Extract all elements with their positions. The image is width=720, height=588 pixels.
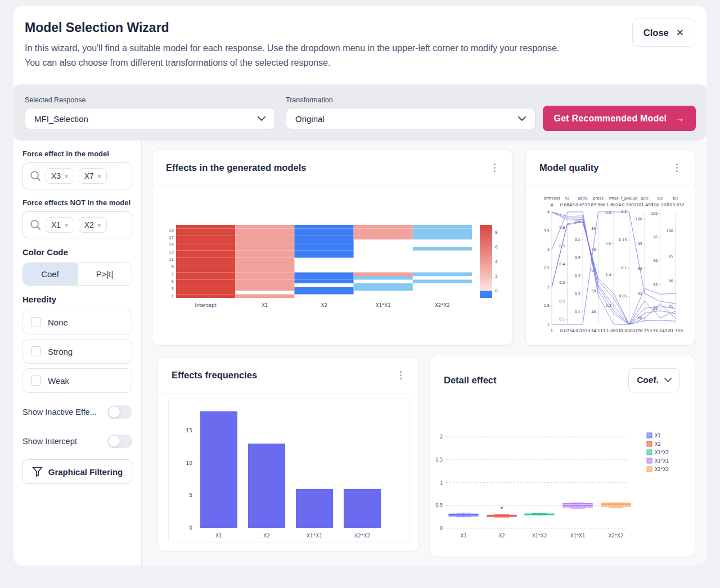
svg-text:10: 10	[186, 460, 193, 466]
remove-chip-icon[interactable]: ×	[97, 172, 102, 180]
color-code-option-coef[interactable]: Coef	[23, 263, 77, 285]
svg-text:0.05: 0.05	[619, 294, 627, 298]
svg-text:X1*X1: X1*X1	[376, 302, 391, 308]
svg-text:0: 0	[495, 288, 498, 293]
remove-chip-icon[interactable]: ×	[64, 172, 69, 180]
chevron-down-icon	[664, 378, 672, 382]
svg-text:1: 1	[440, 481, 443, 486]
svg-text:1.5: 1.5	[435, 458, 443, 463]
selected-response-select[interactable]: MFI_Selection	[25, 108, 275, 129]
show-intercept-label: Show Intercept	[22, 437, 77, 446]
svg-text:15: 15	[169, 243, 174, 247]
kebab-menu-icon[interactable]	[397, 368, 406, 383]
show-inactive-effects-label: Show Inactive Effe...	[22, 408, 97, 417]
graphical-filtering-button[interactable]: Graphical Filtering	[22, 459, 132, 484]
svg-text:bic: bic	[673, 196, 678, 201]
heredity-option-weak[interactable]: Weak	[22, 368, 132, 393]
remove-chip-icon[interactable]: ×	[64, 221, 69, 229]
svg-text:1.6: 1.6	[606, 241, 611, 246]
svg-text:X1: X1	[215, 533, 222, 539]
svg-text:1.8: 1.8	[606, 210, 611, 215]
subtitle-line-2: You can also choose from different trans…	[25, 58, 330, 68]
svg-text:90: 90	[669, 279, 673, 283]
heredity-option-strong[interactable]: Strong	[22, 339, 132, 364]
chevron-down-icon	[518, 116, 526, 121]
svg-text:17: 17	[169, 236, 174, 240]
close-icon: ✕	[676, 27, 684, 39]
svg-text:dfmodel: dfmodel	[544, 196, 560, 201]
svg-text:0.4: 0.4	[575, 255, 580, 260]
get-recommended-model-button[interactable]: Get Recommended Model →	[543, 106, 696, 131]
effects-models-card: Effects in the generated models 13579111…	[152, 150, 513, 346]
svg-text:adjr2: adjr2	[578, 196, 588, 201]
wizard-panel: Model Selection Wizard In this wizard, y…	[14, 6, 706, 566]
svg-text:X1: X1	[262, 302, 268, 308]
show-intercept-toggle[interactable]	[107, 435, 132, 448]
svg-text:1.8024: 1.8024	[606, 202, 621, 207]
show-intercept-row: Show Intercept	[22, 435, 132, 448]
checkbox-none[interactable]	[31, 317, 41, 327]
close-button-label: Close	[644, 28, 669, 38]
show-inactive-effects-toggle[interactable]	[107, 405, 132, 419]
chip-x1[interactable]: X1×	[46, 217, 74, 233]
svg-text:r2: r2	[565, 196, 569, 201]
checkbox-weak[interactable]	[31, 376, 41, 386]
kebab-menu-icon[interactable]	[490, 160, 500, 176]
svg-text:1: 1	[547, 322, 550, 327]
svg-text:95: 95	[669, 254, 673, 259]
svg-text:7: 7	[172, 272, 174, 277]
chip-x7[interactable]: X7×	[79, 168, 107, 184]
effects-frequencies-title: Effects frequencies	[172, 370, 257, 381]
search-icon	[30, 219, 41, 230]
chip-x2[interactable]: X2×	[79, 217, 107, 233]
detail-effect-metric-select[interactable]: Coef.	[628, 368, 680, 392]
search-icon	[30, 170, 41, 182]
svg-text:3: 3	[547, 247, 550, 252]
page-title: Model Selection Wizard	[25, 20, 169, 35]
toggle-knob	[109, 406, 120, 418]
svg-text:5: 5	[189, 492, 192, 498]
svg-text:X2: X2	[263, 533, 270, 539]
svg-text:9: 9	[172, 265, 174, 269]
svg-text:3.5: 3.5	[544, 229, 550, 233]
color-code-option-pvalue[interactable]: P>|t|	[77, 263, 132, 285]
svg-text:95: 95	[653, 235, 658, 239]
close-button[interactable]: Close ✕	[632, 19, 695, 47]
color-code-segmented-control: Coef P>|t|	[22, 263, 132, 286]
svg-text:6: 6	[495, 245, 498, 250]
detail-effect-card: Detail effect Coef. 00.511.52X1X2X1*X2X1…	[430, 355, 695, 557]
svg-text:press: press	[593, 196, 604, 201]
svg-text:X2*X2: X2*X2	[655, 467, 669, 472]
transformation-label: Transformation	[286, 96, 333, 104]
svg-text:X1: X1	[460, 533, 466, 539]
heredity-option-none[interactable]: None	[22, 310, 132, 334]
svg-text:0.5: 0.5	[575, 237, 580, 242]
get-recommended-model-label: Get Recommended Model	[554, 114, 667, 124]
force-in-search-input[interactable]: X3× X7×	[22, 162, 132, 189]
svg-text:78.753: 78.753	[637, 328, 652, 333]
transformation-select[interactable]: Original	[286, 108, 536, 129]
svg-text:100: 100	[667, 229, 673, 233]
svg-text:X1*X1: X1*X1	[570, 533, 586, 539]
heredity-label: Heredity	[22, 295, 132, 304]
svg-text:aicc: aicc	[641, 196, 649, 201]
show-inactive-effects-row: Show Inactive Effe...	[22, 405, 132, 419]
svg-text:2: 2	[495, 274, 498, 279]
svg-text:0.00001: 0.00001	[620, 328, 638, 333]
detail-effect-box-chart: 00.511.52X1X2X1*X2X1*X1X2*X2X1X2X1*X2X1*…	[430, 417, 695, 550]
svg-text:X2*X2: X2*X2	[354, 533, 370, 539]
svg-text:13: 13	[169, 250, 174, 255]
remove-chip-icon[interactable]: ×	[97, 221, 102, 229]
checkbox-strong[interactable]	[31, 346, 41, 356]
svg-text:X2: X2	[498, 533, 505, 539]
svg-text:1: 1	[172, 294, 174, 298]
svg-text:2: 2	[547, 285, 550, 290]
force-out-search-input[interactable]: X1× X2×	[22, 211, 132, 238]
svg-text:85: 85	[653, 283, 658, 287]
svg-text:50: 50	[591, 289, 596, 293]
svg-text:15: 15	[186, 428, 192, 433]
force-out-label: Force effects NOT in the model	[22, 198, 132, 207]
kebab-menu-icon[interactable]	[673, 160, 682, 176]
svg-text:1.0811: 1.0811	[606, 328, 621, 333]
chip-x3[interactable]: X3×	[46, 168, 74, 184]
